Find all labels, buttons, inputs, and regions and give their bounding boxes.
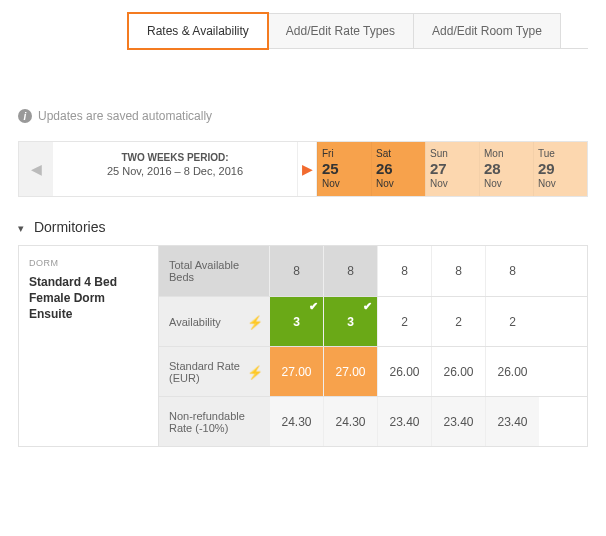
rate-cell[interactable]: 23.40 <box>377 397 431 446</box>
total-beds-cell: 8 <box>323 246 377 296</box>
tab-room-types[interactable]: Add/Edit Room Type <box>413 13 561 49</box>
day-header: Fri 25 Nov <box>317 142 371 196</box>
day-header: Tue 29 Nov <box>533 142 587 196</box>
section-dormitories[interactable]: ▾ Dormitories <box>18 219 588 235</box>
check-icon: ✔ <box>309 300 318 313</box>
availability-cell[interactable]: ✔ 3 <box>323 297 377 346</box>
chevron-down-icon: ▾ <box>18 222 24 235</box>
row-nonrefundable-rate: Non-refundable Rate (-10%) 24.30 24.30 2… <box>159 396 587 446</box>
row-label: Total Available Beds <box>159 246 269 296</box>
room-name: Standard 4 Bed Female Dorm Ensuite <box>29 274 148 323</box>
row-label: Standard Rate (EUR) ⚡ <box>159 347 269 396</box>
total-beds-cell: 8 <box>431 246 485 296</box>
rate-cell[interactable]: 24.30 <box>323 397 377 446</box>
date-next-button[interactable]: ▶ <box>297 142 317 196</box>
row-label: Availability ⚡ <box>159 297 269 346</box>
rate-cell[interactable]: 27.00 <box>269 347 323 396</box>
availability-cell[interactable]: ✔ 3 <box>269 297 323 346</box>
row-total-beds: Total Available Beds 8 8 8 8 8 <box>159 246 587 296</box>
room-tag: DORM <box>29 258 148 268</box>
row-availability: Availability ⚡ ✔ 3 ✔ 3 2 2 <box>159 296 587 346</box>
availability-cell[interactable]: 2 <box>431 297 485 346</box>
autosave-text: Updates are saved automatically <box>38 109 212 123</box>
day-header: Sun 27 Nov <box>425 142 479 196</box>
availability-cell[interactable]: 2 <box>377 297 431 346</box>
total-beds-cell: 8 <box>377 246 431 296</box>
date-prev-button[interactable]: ◀ <box>19 142 53 196</box>
rates-grid: DORM Standard 4 Bed Female Dorm Ensuite … <box>18 245 588 447</box>
tab-rates-availability[interactable]: Rates & Availability <box>128 13 268 49</box>
availability-cell[interactable]: 2 <box>485 297 539 346</box>
bolt-icon: ⚡ <box>247 314 263 329</box>
info-icon: i <box>18 109 32 123</box>
rate-cell[interactable]: 26.00 <box>377 347 431 396</box>
weekday-headers: Fri 25 Nov Sat 26 Nov Sun 27 Nov Mon 28 … <box>317 142 587 196</box>
rate-cell[interactable]: 24.30 <box>269 397 323 446</box>
rate-cell[interactable]: 26.00 <box>431 347 485 396</box>
day-header: Sat 26 Nov <box>371 142 425 196</box>
rate-cell[interactable]: 23.40 <box>485 397 539 446</box>
rate-cell[interactable]: 23.40 <box>431 397 485 446</box>
room-label-column: DORM Standard 4 Bed Female Dorm Ensuite <box>19 246 159 446</box>
autosave-notice: i Updates are saved automatically <box>18 109 588 123</box>
rate-cell[interactable]: 26.00 <box>485 347 539 396</box>
tabs: Rates & Availability Add/Edit Rate Types… <box>128 12 588 49</box>
period-label: TWO WEEKS PERIOD: <box>59 152 291 163</box>
date-navigator: ◀ TWO WEEKS PERIOD: 25 Nov, 2016 – 8 Dec… <box>18 141 588 197</box>
total-beds-cell: 8 <box>269 246 323 296</box>
section-label: Dormitories <box>34 219 106 235</box>
check-icon: ✔ <box>363 300 372 313</box>
row-standard-rate: Standard Rate (EUR) ⚡ 27.00 27.00 26.00 … <box>159 346 587 396</box>
total-beds-cell: 8 <box>485 246 539 296</box>
tab-rate-types[interactable]: Add/Edit Rate Types <box>267 13 414 49</box>
rate-cell[interactable]: 27.00 <box>323 347 377 396</box>
date-period: TWO WEEKS PERIOD: 25 Nov, 2016 – 8 Dec, … <box>53 142 297 196</box>
bolt-icon: ⚡ <box>247 364 263 379</box>
period-range: 25 Nov, 2016 – 8 Dec, 2016 <box>59 165 291 177</box>
row-label: Non-refundable Rate (-10%) <box>159 397 269 446</box>
day-header: Mon 28 Nov <box>479 142 533 196</box>
